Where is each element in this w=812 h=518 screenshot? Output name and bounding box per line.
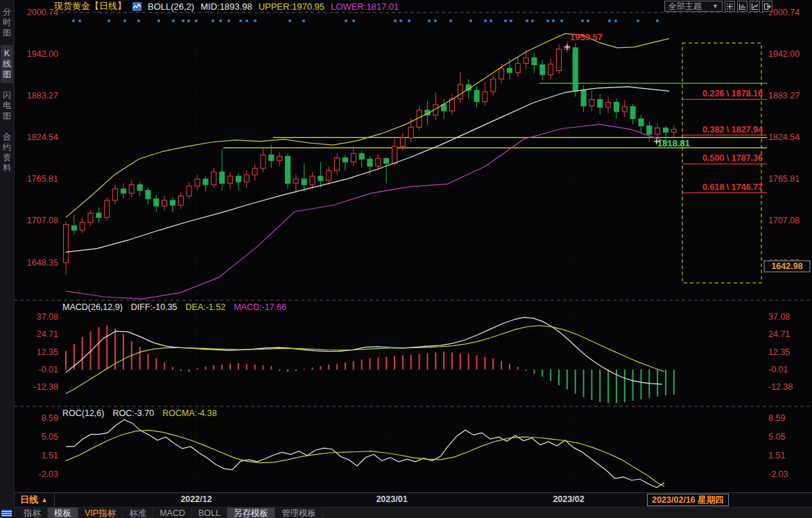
event-dot: [182, 19, 184, 22]
trading-app-window: 2000.742000.741942.001942.001883.271883.…: [0, 0, 812, 518]
bottom-tab-7[interactable]: 管理模板: [275, 508, 323, 518]
timeline-month-1: 2023/01: [376, 494, 407, 504]
chart-element: [105, 200, 110, 218]
sidebar-item-3[interactable]: 合约资料: [1, 128, 13, 177]
time-axis-bar: 日线 ▲ 2023/02/16 星期四 2022/122023/012023/0…: [14, 492, 812, 507]
event-dot: [608, 19, 611, 22]
theme-dropdown-label: 全部主题: [668, 1, 702, 12]
chart-element: [647, 126, 652, 134]
chart-element: [359, 153, 364, 159]
chart-element: [351, 153, 356, 162]
fib-level-label: 0.618 \ 1746.77: [702, 182, 763, 192]
axis-tick-left: 8.59: [42, 413, 58, 423]
chart-element: [318, 176, 323, 180]
theme-dropdown[interactable]: 全部主题 ▼: [664, 1, 723, 12]
event-dot: [469, 19, 472, 22]
period-label: 日线: [20, 494, 38, 506]
axis-tick-right: 1765.81: [768, 174, 800, 184]
chart-element: [335, 157, 340, 170]
chart-element: [581, 90, 586, 106]
sidebar-item-2[interactable]: 闪电图: [1, 87, 13, 125]
chart-element: [343, 157, 347, 162]
chart-element: [162, 200, 167, 206]
boll-indicator-label: BOLL(26,2): [148, 1, 194, 12]
fib-level-label: 0.236 \ 1878.16: [702, 89, 763, 98]
chevron-down-icon: ▼: [712, 3, 718, 10]
line-chart-axis-icon: [751, 3, 759, 10]
event-dot: [526, 19, 528, 22]
macd-indicator-label: MACD(26,12,9): [62, 302, 123, 312]
chart-element: [269, 155, 274, 160]
chart-element: [244, 175, 249, 182]
bottom-tab-4[interactable]: MACD: [153, 508, 192, 518]
axis-tick-left: -12.38: [34, 382, 58, 392]
chart-element: [532, 58, 537, 64]
axis-tick-left: -0.01: [39, 365, 59, 374]
chart-element: [606, 103, 611, 107]
chart-element: [408, 127, 413, 137]
triangle-up-icon: ▲: [41, 496, 48, 503]
event-dot: [172, 19, 175, 22]
line-scale-icon-button[interactable]: [750, 1, 760, 12]
macd-macd-value: MACD:-17.66: [234, 302, 286, 312]
roc-value: ROC:-3.70: [112, 408, 154, 418]
boll-mid-value: MID:1893.98: [200, 1, 252, 12]
axis-tick-right: -2.03: [768, 469, 788, 479]
crosshair-icon-button[interactable]: [725, 1, 735, 12]
event-dot: [157, 19, 160, 22]
crosshair-icon: [726, 3, 734, 10]
chart-element: [540, 64, 545, 74]
axis-tick-right: -0.01: [768, 365, 788, 374]
event-dot: [227, 19, 230, 22]
event-dot: [123, 19, 126, 22]
axis-tick-left: 5.05: [42, 432, 58, 442]
event-dot: [546, 19, 549, 22]
event-dot: [408, 19, 411, 22]
axis-tick-right: 1942.00: [768, 49, 800, 59]
boll-upper-value: UPPER:1970.95: [259, 1, 325, 12]
axis-tick-left: 12.35: [37, 347, 58, 357]
bar-scale-icon-button[interactable]: [737, 1, 748, 12]
bottom-tab-5[interactable]: BOLL: [192, 508, 227, 518]
event-dot: [219, 19, 222, 22]
price-label: 1959.57: [570, 32, 603, 42]
event-dot: [552, 19, 555, 22]
bottom-tab-1[interactable]: 模板: [48, 508, 78, 518]
chart-element: [589, 100, 594, 106]
chart-element: [203, 179, 208, 184]
indicator-kline-icon: [132, 2, 141, 11]
macd-diff-value: DIFF:-10.35: [131, 302, 178, 312]
chart-element: [220, 172, 225, 183]
sidebar-item-label: 合约资料: [3, 132, 12, 173]
chart-element: [376, 159, 381, 166]
event-dot: [239, 19, 242, 22]
bottom-tab-2[interactable]: VIP指标: [78, 508, 123, 518]
macd-diff-line: [66, 318, 662, 384]
chart-element: [146, 191, 150, 199]
event-dot: [187, 19, 190, 22]
sidebar-item-0[interactable]: 分时图: [1, 3, 13, 42]
macd-dea-value: DEA:-1.52: [186, 302, 226, 312]
macd-panel-header: MACD(26,12,9) DIFF:-10.35 DEA:-1.52 MACD…: [62, 302, 286, 312]
event-dot: [581, 19, 584, 22]
chart-type-sidebar: 分时图K线图闪电图合约资料: [0, 0, 15, 518]
bottom-tab-3[interactable]: 标准: [123, 508, 153, 518]
bar-chart-axis-icon: [738, 3, 746, 10]
chart-element: [187, 186, 191, 196]
pane-export-icon-button[interactable]: [762, 1, 772, 12]
event-dot: [434, 19, 437, 22]
axis-tick-left: 1707.08: [27, 216, 58, 225]
boll-mid-line: [66, 87, 669, 252]
period-selector[interactable]: 日线 ▲: [14, 493, 55, 506]
event-dot: [399, 19, 402, 22]
chart-element: [491, 79, 496, 92]
chart-element: [71, 226, 76, 230]
axis-tick-left: 1648.35: [27, 258, 58, 268]
axis-tick-left: 1824.54: [27, 132, 58, 142]
chart-element: [277, 156, 282, 160]
event-dot: [484, 19, 487, 22]
sidebar-item-1[interactable]: K线图: [1, 45, 13, 83]
bottom-tab-0[interactable]: 指标: [17, 508, 48, 518]
bottom-tab-6[interactable]: 另存模板: [227, 508, 275, 518]
chart-element: [573, 48, 578, 90]
